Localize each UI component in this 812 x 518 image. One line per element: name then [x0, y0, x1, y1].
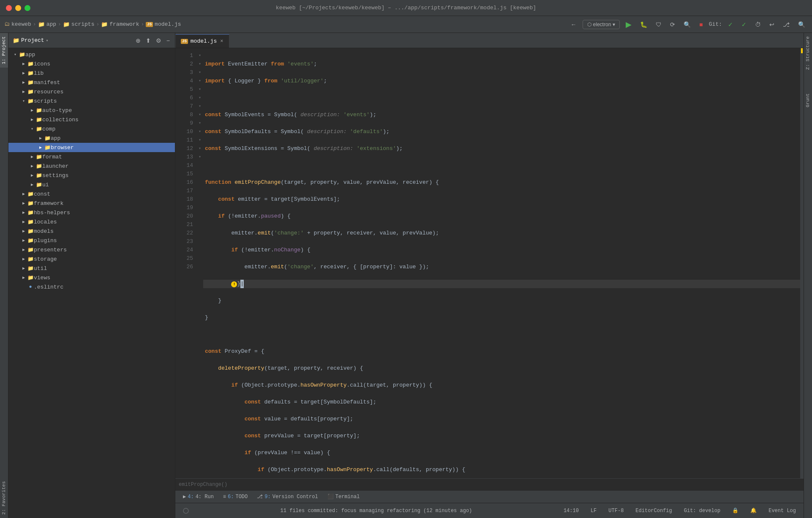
folder-icon: 📁 — [35, 107, 42, 114]
code-content[interactable]: import EventEmitter from 'events'; impor… — [203, 48, 800, 478]
tab-close-button[interactable]: × — [219, 38, 224, 45]
tree-item-models[interactable]: ▶ 📁 models — [8, 226, 175, 236]
coverage-button[interactable]: 🛡 — [653, 20, 664, 29]
warning-icon: ! — [231, 281, 237, 287]
git-history[interactable]: ⏱ — [752, 20, 763, 29]
tree-item-const[interactable]: ▶ 📁 const — [8, 189, 175, 199]
tree-item-resources[interactable]: ▶ 📁 resources — [8, 87, 175, 96]
event-log[interactable]: Event Log — [766, 507, 798, 515]
run-button[interactable]: ▶ — [623, 19, 634, 30]
line-ending[interactable]: LF — [588, 507, 599, 515]
indent-config[interactable]: EditorConfig — [633, 507, 674, 515]
tree-item-comp[interactable]: ▾ 📁 comp — [8, 124, 175, 134]
structure-side-tab[interactable]: Z: Structure — [804, 33, 812, 73]
git-check2[interactable]: ✓ — [739, 20, 749, 29]
tree-item-hbs-helpers[interactable]: ▶ 📁 hbs-helpers — [8, 208, 175, 217]
project-tree: ▾ 📁 app ▶ 📁 icons ▶ 📁 lib ▶ 📁 manifest — [8, 48, 175, 518]
folder-icon: 📁 — [27, 219, 34, 225]
tree-item-eslintrc[interactable]: ● .eslintrc — [8, 282, 175, 292]
collapse-all-button[interactable]: ⬆ — [145, 36, 152, 45]
tree-item-scripts[interactable]: ▾ 📁 scripts — [8, 96, 175, 106]
sep1: › — [33, 21, 36, 27]
breadcrumb-app[interactable]: 📁 app — [38, 21, 56, 28]
project-dropdown-icon[interactable]: ▾ — [46, 38, 49, 43]
tree-item-collections[interactable]: ▶ 📁 collections — [8, 115, 175, 124]
folder-icon: 📁 — [35, 163, 42, 169]
breadcrumb-keeweb[interactable]: 🗂 keeweb — [4, 21, 31, 27]
todo-tab[interactable]: ≡ 6: TODO — [219, 493, 252, 501]
git-rollback[interactable]: ↩ — [767, 20, 777, 29]
sep2: › — [58, 21, 61, 27]
maximize-button[interactable] — [25, 5, 30, 11]
code-line-5: const SymbolDefaults = Symbol( descripti… — [203, 128, 800, 136]
more-button[interactable]: ⟳ — [668, 20, 678, 29]
tree-item-autotype[interactable]: ▶ 📁 auto-type — [8, 106, 175, 115]
fold-gutter: ▾ ▾ ▾ ▾ ▾ ▾ ▾ ▾ ▾ ▾ ▾ ▾ ▾ — [196, 48, 203, 478]
code-line-16: } — [203, 314, 800, 322]
folder-icon: 📁 — [27, 200, 34, 207]
tree-item-framework[interactable]: ▶ 📁 framework — [8, 199, 175, 208]
favorites-side-tab[interactable]: 2: Favorites — [0, 478, 8, 518]
terminal-icon: ⬛ — [327, 493, 334, 500]
tree-arrow-app: ▾ — [12, 52, 19, 57]
close-button[interactable] — [6, 5, 12, 11]
tree-item-settings[interactable]: ▶ 📁 settings — [8, 171, 175, 180]
tree-item-app[interactable]: ▾ 📁 app — [8, 50, 175, 59]
run-config-selector[interactable]: ⬡ electron ▾ — [583, 20, 620, 29]
encoding[interactable]: UTF-8 — [606, 507, 626, 515]
version-control-tab[interactable]: ⎇ 9: Version Control — [253, 492, 322, 501]
tree-item-lib[interactable]: ▶ 📁 lib — [8, 68, 175, 78]
tree-item-comp-browser[interactable]: ▶ 📁 browser — [8, 143, 175, 152]
breadcrumb-framework[interactable]: 📁 framework — [101, 21, 139, 28]
tree-item-comp-app[interactable]: ▶ 📁 app — [8, 134, 175, 143]
git-branch[interactable]: Git: develop — [681, 507, 723, 515]
code-line-14: !}| — [203, 280, 800, 288]
tree-item-storage[interactable]: ▶ 📁 storage — [8, 254, 175, 264]
debug-button[interactable]: 🐛 — [638, 20, 650, 29]
folder-icon: 📁 — [27, 265, 34, 272]
nav-search[interactable]: 🔍 — [796, 20, 808, 29]
tree-item-util[interactable]: ▶ 📁 util — [8, 264, 175, 273]
code-line-24: if (prevValue !== value) { — [203, 449, 800, 457]
locate-file-button[interactable]: ⊕ — [135, 36, 142, 45]
project-side-tab[interactable]: 1: Project — [0, 33, 8, 68]
tree-item-plugins[interactable]: ▶ 📁 plugins — [8, 236, 175, 245]
breadcrumb-modeljs[interactable]: JS model.js — [146, 21, 181, 27]
back-button[interactable]: ← — [568, 20, 579, 29]
line-numbers: 123456 789101112 131415161718 1920212223… — [175, 48, 196, 478]
no-errors-icon[interactable] — [180, 507, 191, 515]
run-tab[interactable]: ▶ 4: 4: Run — [179, 492, 218, 501]
git-branches[interactable]: ⎇ — [780, 20, 792, 29]
folder-icon: 📁 — [44, 135, 51, 142]
folder-icon: 📁 — [19, 52, 25, 58]
tree-item-locales[interactable]: ▶ 📁 locales — [8, 217, 175, 226]
code-line-21: const defaults = target[SymbolDefaults]; — [203, 398, 800, 406]
commit-message: 11 files committed: focus managing refac… — [191, 508, 561, 514]
tree-item-launcher[interactable]: ▶ 📁 launcher — [8, 161, 175, 171]
code-line-2: import { Logger } from 'util/logger'; — [203, 77, 800, 85]
cursor-position[interactable]: 14:10 — [561, 507, 581, 515]
tab-model-js[interactable]: JS model.js × — [175, 34, 229, 48]
folder-icon-scripts: 📁 — [63, 21, 70, 28]
grunt-side-tab[interactable]: Grunt — [804, 90, 812, 111]
right-scrollbar[interactable] — [800, 48, 804, 478]
bottom-toolbar: ▶ 4: 4: Run ≡ 6: TODO ⎇ 9: Version Contr… — [175, 490, 804, 503]
svg-point-0 — [183, 508, 188, 513]
tree-item-presenters[interactable]: ▶ 📁 presenters — [8, 245, 175, 254]
statusbar: 11 files committed: focus managing refac… — [175, 503, 804, 518]
git-check1[interactable]: ✓ — [725, 20, 736, 29]
minimize-button[interactable] — [15, 5, 21, 11]
stop-button[interactable]: ■ — [697, 20, 705, 29]
tree-item-format[interactable]: ▶ 📁 format — [8, 152, 175, 161]
notifications-icon[interactable]: 🔔 — [748, 506, 759, 515]
search-button[interactable]: 🔍 — [681, 20, 693, 29]
tree-item-icons[interactable]: ▶ 📁 icons — [8, 59, 175, 68]
minimize-panel-button[interactable]: − — [166, 36, 171, 45]
tree-item-views[interactable]: ▶ 📁 views — [8, 273, 175, 282]
terminal-tab[interactable]: ⬛ Terminal — [323, 492, 364, 501]
breadcrumb-scripts[interactable]: 📁 scripts — [63, 21, 95, 28]
settings-button[interactable]: ⚙ — [155, 36, 162, 45]
code-line-3 — [203, 94, 800, 102]
tree-item-ui[interactable]: ▶ 📁 ui — [8, 180, 175, 189]
tree-item-manifest[interactable]: ▶ 📁 manifest — [8, 78, 175, 87]
